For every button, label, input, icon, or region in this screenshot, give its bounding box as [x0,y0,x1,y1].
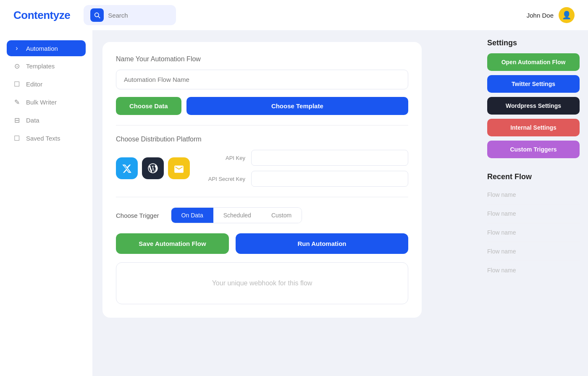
api-secret-input[interactable] [251,171,408,187]
sidebar-item-label: Editor [26,81,42,88]
templates-icon: ⊙ [13,62,21,70]
chevron-icon: › [13,44,21,52]
api-key-input[interactable] [251,150,408,166]
name-section-title: Name Your Automation Flow [116,55,408,63]
saved-texts-icon: ☐ [13,134,21,142]
header-right: John Doe 👤 [527,7,575,23]
header: Contentyze John Doe 👤 [0,0,588,30]
name-section: Name Your Automation Flow Choose Data Ch… [116,55,408,115]
sidebar-item-editor[interactable]: ☐ Editor [7,76,86,92]
sidebar-item-saved-texts[interactable]: ☐ Saved Texts [7,130,86,146]
sidebar: › Automation ⊙ Templates ☐ Editor ✎ Bulk… [0,30,92,376]
logo: Contentyze [13,9,70,22]
sidebar-item-automation[interactable]: › Automation [7,40,86,56]
layout: › Automation ⊙ Templates ☐ Editor ✎ Bulk… [0,30,588,376]
recent-flow-list: Flow nameFlow nameFlow nameFlow nameFlow… [487,185,580,279]
run-automation-button[interactable]: Run Automation [236,233,408,254]
choose-data-button[interactable]: Choose Data [116,97,181,115]
sidebar-item-data[interactable]: ⊟ Data [7,112,86,128]
search-bar[interactable] [84,5,176,25]
api-key-label: API Key [203,155,245,161]
right-panel: Settings Open Automation Flow Twitter Se… [479,30,588,376]
email-platform-icon[interactable] [168,157,190,179]
sidebar-item-label: Automation [26,45,58,52]
divider-1 [116,125,408,125]
action-row: Save Automation Flow Run Automation [116,233,408,254]
user-name: John Doe [527,12,554,19]
trigger-tab-scheduled[interactable]: Scheduled [213,208,261,223]
flow-name-input[interactable] [116,70,408,89]
api-secret-row: API Secret Key [203,171,408,187]
flow-item[interactable]: Flow name [487,261,580,279]
platform-section: API Key API Secret Key [116,150,408,187]
svg-line-1 [98,16,100,18]
data-icon: ⊟ [13,116,21,124]
api-key-row: API Key [203,150,408,166]
sidebar-item-bulk-writer[interactable]: ✎ Bulk Writer [7,94,86,110]
sidebar-item-label: Saved Texts [26,135,60,142]
platform-icons [116,157,190,179]
save-automation-button[interactable]: Save Automation Flow [116,233,229,254]
trigger-tabs: On Data Scheduled Custom [171,207,302,223]
distribution-section-title: Choose Distribution Platform [116,136,408,143]
api-fields: API Key API Secret Key [203,150,408,187]
distribution-section: Choose Distribution Platform [116,136,408,187]
wordpress-platform-icon[interactable] [142,157,164,179]
internal-settings-button[interactable]: Internal Settings [487,119,580,136]
webhook-box: Your unique webhook for this flow [116,262,408,304]
sidebar-item-label: Templates [26,63,55,70]
divider-2 [116,197,408,197]
flow-item[interactable]: Flow name [487,204,580,223]
twitter-platform-icon[interactable] [116,157,138,179]
trigger-tab-custom[interactable]: Custom [261,208,302,223]
main-content: Name Your Automation Flow Choose Data Ch… [92,30,479,376]
flow-item[interactable]: Flow name [487,185,580,204]
flow-item[interactable]: Flow name [487,242,580,261]
webhook-placeholder-text: Your unique webhook for this flow [212,279,312,287]
main-card: Name Your Automation Flow Choose Data Ch… [102,42,422,318]
search-input[interactable] [108,12,158,19]
recent-flow-title: Recent Flow [487,172,580,181]
bulk-writer-icon: ✎ [13,98,21,106]
search-icon [90,8,104,22]
name-btn-row: Choose Data Choose Template [116,97,408,115]
sidebar-item-label: Data [26,117,39,124]
flow-item[interactable]: Flow name [487,223,580,242]
editor-icon: ☐ [13,80,21,88]
avatar: 👤 [559,7,575,23]
settings-title: Settings [487,39,580,47]
open-automation-flow-button[interactable]: Open Automation Flow [487,53,580,71]
choose-template-button[interactable]: Choose Template [186,97,408,115]
twitter-settings-button[interactable]: Twitter Settings [487,75,580,93]
custom-triggers-button[interactable]: Custom Triggers [487,141,580,158]
trigger-label: Choose Trigger [116,212,159,219]
api-secret-label: API Secret Key [203,176,245,182]
wordpress-settings-button[interactable]: Wordpress Settings [487,97,580,115]
trigger-tab-on-data[interactable]: On Data [171,208,213,223]
sidebar-item-templates[interactable]: ⊙ Templates [7,58,86,74]
trigger-section: Choose Trigger On Data Scheduled Custom [116,207,408,223]
sidebar-item-label: Bulk Writer [26,99,57,106]
